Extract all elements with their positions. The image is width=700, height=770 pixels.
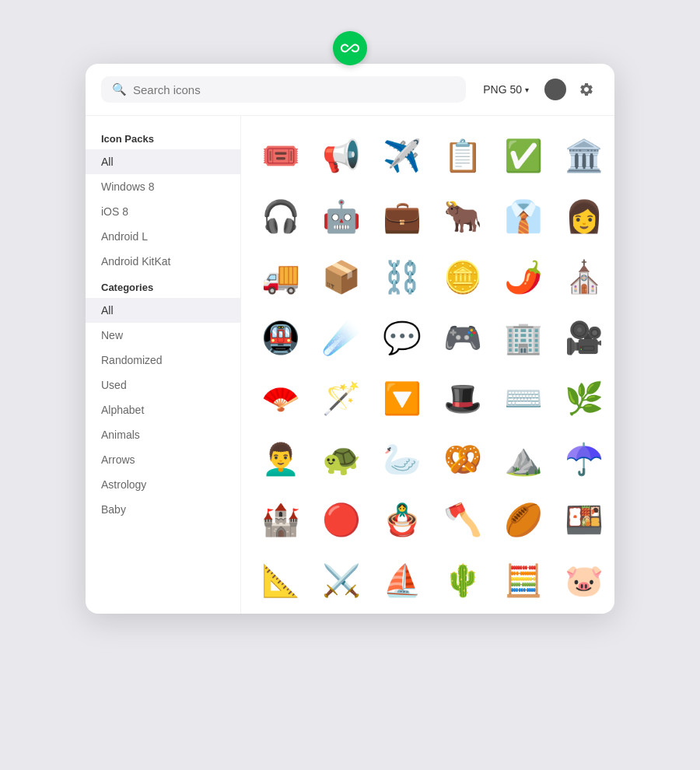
icon-cell[interactable]: 📢: [314, 128, 369, 183]
color-dot[interactable]: [544, 79, 566, 100]
icon-packs-title: Icon Packs: [86, 125, 240, 149]
search-icon: 🔍: [112, 82, 127, 96]
icon-cell[interactable]: 🎟️: [254, 128, 308, 183]
sidebar-item-cat-all[interactable]: All: [86, 298, 240, 323]
icon-cell[interactable]: 👔: [496, 189, 551, 243]
app-container: 🔍 PNG 50 ▾ Icon Packs All W: [86, 31, 614, 614]
icon-cell[interactable]: 🎮: [436, 310, 490, 365]
icon-cell[interactable]: 🧮: [496, 553, 551, 607]
sidebar-item-cat-animals[interactable]: Animals: [86, 422, 240, 447]
icon-cell[interactable]: 📐: [254, 553, 308, 607]
icon-cell[interactable]: 🏛️: [557, 128, 611, 183]
sidebar-item-packs-ios8[interactable]: iOS 8: [86, 199, 240, 224]
icon-cell[interactable]: 🪭: [254, 371, 308, 425]
chevron-down-icon: ▾: [525, 86, 529, 94]
icon-cell[interactable]: 🏉: [496, 492, 551, 547]
sidebar-item-packs-all[interactable]: All: [86, 149, 240, 174]
search-input[interactable]: [133, 83, 455, 96]
app-icon[interactable]: [333, 31, 367, 65]
popup-window: 🔍 PNG 50 ▾ Icon Packs All W: [86, 64, 614, 614]
icon-cell[interactable]: 🌵: [436, 553, 490, 607]
icon-cell[interactable]: 💬: [375, 310, 429, 365]
header-right: PNG 50 ▾: [475, 77, 599, 102]
icon-cell[interactable]: 🌶️: [496, 250, 551, 304]
popup-header: 🔍 PNG 50 ▾: [86, 64, 614, 116]
format-label: PNG 50: [483, 83, 522, 96]
sidebar-item-cat-astrology[interactable]: Astrology: [86, 472, 240, 497]
icon-cell[interactable]: ⛪: [557, 250, 611, 304]
sidebar-item-cat-randomized[interactable]: Randomized: [86, 348, 240, 373]
icon-cell[interactable]: 📦: [314, 250, 369, 304]
icon-cell[interactable]: 👨‍🦱: [254, 432, 308, 486]
icon-cell[interactable]: 🪆: [375, 492, 429, 547]
icon-cell[interactable]: ⌨️: [496, 371, 551, 425]
icon-cell[interactable]: 🐷: [557, 553, 611, 607]
sidebar: Icon Packs All Windows 8 iOS 8 Android L…: [86, 116, 241, 614]
icon-cell[interactable]: 🌿: [557, 371, 611, 425]
categories-title: Categories: [86, 274, 240, 298]
icon-cell[interactable]: 🪄: [314, 371, 369, 425]
sidebar-item-cat-alphabet[interactable]: Alphabet: [86, 397, 240, 422]
settings-button[interactable]: [574, 77, 599, 102]
icon-cell[interactable]: 🥨: [436, 432, 490, 486]
icon-cell[interactable]: 🔴: [314, 492, 369, 547]
icon-cell[interactable]: 🤖: [314, 189, 369, 243]
icon-cell[interactable]: 🚇: [254, 310, 308, 365]
sidebar-item-packs-android-l[interactable]: Android L: [86, 224, 240, 249]
icon-cell[interactable]: ⛰️: [496, 432, 551, 486]
icon-cell[interactable]: ☄️: [314, 310, 369, 365]
icon-cell[interactable]: ☂️: [557, 432, 611, 486]
sidebar-item-packs-windows8[interactable]: Windows 8: [86, 174, 240, 199]
sidebar-item-cat-arrows[interactable]: Arrows: [86, 447, 240, 472]
icon-cell[interactable]: 🎧: [254, 189, 308, 243]
sidebar-item-cat-new[interactable]: New: [86, 323, 240, 348]
popup-body: Icon Packs All Windows 8 iOS 8 Android L…: [86, 116, 614, 614]
icon-cell[interactable]: 🚚: [254, 250, 308, 304]
icon-cell[interactable]: 🏢: [496, 310, 551, 365]
icon-cell[interactable]: 🏰: [254, 492, 308, 547]
icon-cell[interactable]: 💼: [375, 189, 429, 243]
sidebar-item-cat-used[interactable]: Used: [86, 373, 240, 397]
icon-cell[interactable]: 🐢: [314, 432, 369, 486]
icon-cell[interactable]: ⛵: [375, 553, 429, 607]
icon-cell[interactable]: 🦢: [375, 432, 429, 486]
sidebar-item-packs-android-kitkat[interactable]: Android KitKat: [86, 249, 240, 274]
format-selector[interactable]: PNG 50 ▾: [475, 79, 537, 100]
icon-cell[interactable]: 🪙: [436, 250, 490, 304]
icon-cell[interactable]: 🍱: [557, 492, 611, 547]
icon-cell[interactable]: 🐂: [436, 189, 490, 243]
icon-cell[interactable]: 🪓: [436, 492, 490, 547]
icon-cell[interactable]: ✅: [496, 128, 551, 183]
icon-grid: 🎟️📢✈️📋✅🏛️🎧🤖💼🐂👔👩🚚📦⛓️🪙🌶️⛪🚇☄️💬🎮🏢🎥🪭🪄🔽🎩⌨️🌿👨‍🦱…: [241, 116, 614, 614]
icon-cell[interactable]: ✈️: [375, 128, 429, 183]
icon-cell[interactable]: 📋: [436, 128, 490, 183]
icon-cell[interactable]: 🔽: [375, 371, 429, 425]
sidebar-item-cat-baby[interactable]: Baby: [86, 497, 240, 522]
icon-cell[interactable]: 🎩: [436, 371, 490, 425]
search-box[interactable]: 🔍: [101, 76, 466, 103]
icon-cell[interactable]: 👩: [557, 189, 611, 243]
icon-cell[interactable]: 🎥: [557, 310, 611, 365]
icon-cell[interactable]: ⚔️: [314, 553, 369, 607]
icon-cell[interactable]: ⛓️: [375, 250, 429, 304]
